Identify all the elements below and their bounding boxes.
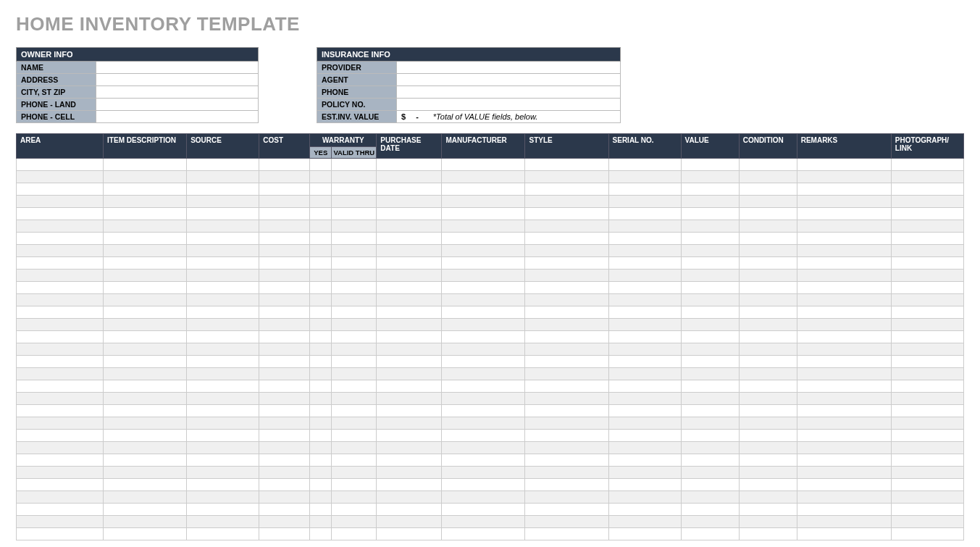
table-cell[interactable] — [739, 454, 797, 467]
table-cell[interactable] — [104, 245, 187, 257]
table-cell[interactable] — [332, 270, 377, 282]
table-cell[interactable] — [104, 282, 187, 294]
table-cell[interactable] — [17, 393, 104, 405]
table-cell[interactable] — [377, 405, 442, 417]
table-cell[interactable] — [525, 294, 608, 306]
table-cell[interactable] — [681, 417, 739, 430]
table-cell[interactable] — [187, 467, 259, 479]
table-cell[interactable] — [525, 183, 608, 196]
table-cell[interactable] — [681, 171, 739, 183]
owner-field-input[interactable] — [96, 62, 259, 74]
table-cell[interactable] — [377, 319, 442, 331]
table-cell[interactable] — [310, 516, 332, 528]
table-cell[interactable] — [525, 516, 608, 528]
table-cell[interactable] — [797, 516, 891, 528]
table-cell[interactable] — [608, 171, 681, 183]
table-cell[interactable] — [17, 233, 104, 245]
table-cell[interactable] — [310, 504, 332, 516]
table-cell[interactable] — [259, 159, 310, 171]
table-cell[interactable] — [187, 516, 259, 528]
table-cell[interactable] — [525, 331, 608, 343]
table-cell[interactable] — [310, 331, 332, 343]
table-cell[interactable] — [525, 220, 608, 233]
table-cell[interactable] — [259, 442, 310, 454]
table-cell[interactable] — [17, 159, 104, 171]
table-cell[interactable] — [187, 208, 259, 220]
table-cell[interactable] — [608, 504, 681, 516]
table-cell[interactable] — [891, 356, 963, 368]
table-cell[interactable] — [377, 430, 442, 442]
table-cell[interactable] — [525, 442, 608, 454]
table-cell[interactable] — [442, 491, 525, 504]
table-cell[interactable] — [104, 183, 187, 196]
table-cell[interactable] — [104, 417, 187, 430]
table-cell[interactable] — [608, 454, 681, 467]
table-cell[interactable] — [310, 467, 332, 479]
table-cell[interactable] — [310, 356, 332, 368]
table-cell[interactable] — [739, 319, 797, 331]
table-cell[interactable] — [310, 171, 332, 183]
table-cell[interactable] — [104, 491, 187, 504]
table-cell[interactable] — [525, 233, 608, 245]
table-cell[interactable] — [332, 417, 377, 430]
table-cell[interactable] — [310, 233, 332, 245]
table-cell[interactable] — [891, 183, 963, 196]
table-cell[interactable] — [187, 454, 259, 467]
table-cell[interactable] — [891, 504, 963, 516]
insurance-field-input[interactable] — [397, 86, 621, 99]
table-cell[interactable] — [891, 159, 963, 171]
table-cell[interactable] — [681, 430, 739, 442]
table-cell[interactable] — [104, 528, 187, 540]
table-cell[interactable] — [891, 257, 963, 270]
insurance-field-input[interactable] — [397, 74, 621, 86]
table-cell[interactable] — [525, 319, 608, 331]
table-cell[interactable] — [739, 393, 797, 405]
table-cell[interactable] — [739, 467, 797, 479]
table-cell[interactable] — [104, 331, 187, 343]
table-cell[interactable] — [681, 479, 739, 491]
table-cell[interactable] — [17, 196, 104, 208]
table-cell[interactable] — [259, 208, 310, 220]
table-cell[interactable] — [525, 159, 608, 171]
table-cell[interactable] — [797, 442, 891, 454]
table-cell[interactable] — [310, 442, 332, 454]
table-cell[interactable] — [17, 257, 104, 270]
table-cell[interactable] — [608, 245, 681, 257]
table-cell[interactable] — [259, 319, 310, 331]
table-cell[interactable] — [442, 343, 525, 356]
table-cell[interactable] — [525, 196, 608, 208]
table-cell[interactable] — [187, 368, 259, 380]
owner-field-input[interactable] — [96, 111, 259, 123]
table-cell[interactable] — [377, 257, 442, 270]
table-cell[interactable] — [681, 159, 739, 171]
table-cell[interactable] — [259, 368, 310, 380]
table-cell[interactable] — [17, 491, 104, 504]
table-cell[interactable] — [608, 479, 681, 491]
table-cell[interactable] — [187, 504, 259, 516]
table-cell[interactable] — [891, 270, 963, 282]
table-cell[interactable] — [442, 171, 525, 183]
table-cell[interactable] — [332, 479, 377, 491]
table-cell[interactable] — [104, 343, 187, 356]
table-cell[interactable] — [608, 343, 681, 356]
table-cell[interactable] — [739, 245, 797, 257]
table-cell[interactable] — [104, 257, 187, 270]
table-cell[interactable] — [739, 331, 797, 343]
table-cell[interactable] — [739, 380, 797, 393]
table-cell[interactable] — [259, 306, 310, 319]
table-cell[interactable] — [739, 233, 797, 245]
table-cell[interactable] — [187, 356, 259, 368]
table-cell[interactable] — [681, 405, 739, 417]
owner-field-input[interactable] — [96, 86, 259, 99]
table-cell[interactable] — [17, 479, 104, 491]
table-cell[interactable] — [332, 356, 377, 368]
table-cell[interactable] — [17, 208, 104, 220]
table-cell[interactable] — [17, 528, 104, 540]
table-cell[interactable] — [608, 294, 681, 306]
table-cell[interactable] — [891, 528, 963, 540]
table-cell[interactable] — [442, 196, 525, 208]
table-cell[interactable] — [17, 356, 104, 368]
table-cell[interactable] — [891, 491, 963, 504]
table-cell[interactable] — [608, 380, 681, 393]
table-cell[interactable] — [310, 479, 332, 491]
